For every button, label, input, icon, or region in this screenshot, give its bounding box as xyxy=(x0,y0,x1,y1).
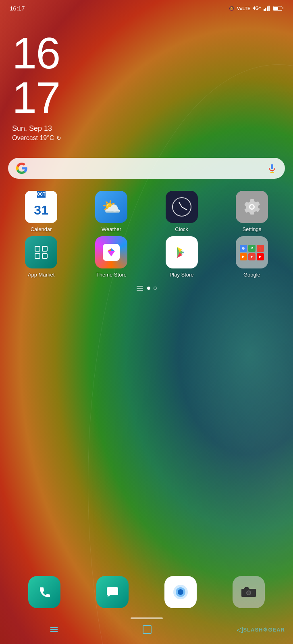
clock-hours: 16 xyxy=(12,31,281,75)
app-label-appmarket: App Market xyxy=(28,272,54,278)
app-item-themestore[interactable]: Theme Store xyxy=(78,236,144,278)
search-input[interactable] xyxy=(32,163,262,173)
app-label-calendar: Calendar xyxy=(31,226,52,232)
dock-item-focus[interactable] xyxy=(149,576,213,608)
svg-rect-0 xyxy=(264,9,265,11)
clock-widget: 16 17 Sun, Sep 13 Overcast 19°C ↻ xyxy=(0,15,293,146)
refresh-icon[interactable]: ↻ xyxy=(56,135,61,141)
weather-icon: ⛅ xyxy=(95,191,127,223)
focus-icon xyxy=(164,576,197,608)
page-dots xyxy=(147,287,157,290)
app-item-settings[interactable]: Settings xyxy=(219,191,285,232)
page-indicators xyxy=(0,282,293,295)
playstore-icon xyxy=(166,236,198,268)
clock-icon xyxy=(166,191,198,223)
app-label-playstore: Play Store xyxy=(170,272,194,278)
svg-rect-7 xyxy=(107,587,118,595)
weather-text: Overcast 19°C xyxy=(12,134,54,142)
app-item-clock[interactable]: Clock xyxy=(149,191,215,232)
clock-minutes: 17 xyxy=(12,75,281,120)
microphone-icon[interactable] xyxy=(267,163,277,173)
menu-icon[interactable] xyxy=(137,286,143,291)
nav-back-button[interactable]: ◁ xyxy=(237,625,243,634)
search-bar[interactable] xyxy=(8,158,285,179)
clock-weather: Overcast 19°C ↻ xyxy=(12,134,281,142)
app-item-playstore[interactable]: Play Store xyxy=(149,236,215,278)
calendar-icon: OCT 31 xyxy=(25,191,57,223)
mute-icon: 🔕 xyxy=(229,6,235,11)
battery-icon xyxy=(273,6,283,11)
svg-rect-1 xyxy=(265,8,266,11)
svg-rect-2 xyxy=(267,6,268,11)
signal-bars-icon xyxy=(264,6,271,11)
svg-point-10 xyxy=(178,589,183,595)
nav-bar: ◁ xyxy=(8,623,285,636)
status-time: 16:17 xyxy=(10,5,25,12)
svg-point-12 xyxy=(247,591,250,594)
dock-item-camera[interactable] xyxy=(217,576,281,608)
nav-menu-button[interactable] xyxy=(50,627,58,632)
dock-item-messages[interactable] xyxy=(80,576,144,608)
dock-item-phone[interactable] xyxy=(12,576,76,608)
app-item-weather[interactable]: ⛅ Weather xyxy=(78,191,144,232)
app-item-appmarket[interactable]: App Market xyxy=(8,236,74,278)
app-grid-row2: App Market Theme Store xyxy=(0,236,293,282)
camera-icon xyxy=(233,576,265,608)
settings-icon xyxy=(236,191,268,223)
phone-icon xyxy=(28,576,60,608)
home-bar-area: ◁ xyxy=(0,614,293,644)
home-bar xyxy=(131,617,163,619)
search-section xyxy=(0,146,293,187)
svg-rect-4 xyxy=(271,164,273,169)
app-label-google: Google xyxy=(243,272,260,278)
messages-icon xyxy=(96,576,129,608)
svg-rect-3 xyxy=(268,6,270,11)
appmarket-icon xyxy=(25,236,57,268)
clock-date: Sun, Sep 13 xyxy=(12,124,281,133)
page-dot-active[interactable] xyxy=(147,287,150,290)
app-label-clock: Clock xyxy=(175,226,188,232)
app-item-calendar[interactable]: OCT 31 Calendar xyxy=(8,191,74,232)
google-folder-icon: G M 📍 ▶ ▶ ▶ xyxy=(236,236,268,268)
google-logo-icon xyxy=(16,163,27,174)
app-item-google[interactable]: G M 📍 ▶ ▶ ▶ Google xyxy=(219,236,285,278)
nav-home-button[interactable] xyxy=(143,625,152,634)
app-label-weather: Weather xyxy=(102,226,121,232)
dock xyxy=(8,570,285,614)
app-grid-row1: OCT 31 Calendar ⛅ Weather Clock xyxy=(0,187,293,236)
app-label-settings: Settings xyxy=(242,226,261,232)
status-bar: 16:17 🔕 VoLTE 4G⁺ xyxy=(0,0,293,15)
signal-4g-icon: 4G⁺ xyxy=(253,6,261,11)
calendar-date: 31 xyxy=(34,198,48,223)
themestore-icon xyxy=(95,236,127,268)
page-dot-inactive[interactable] xyxy=(154,287,157,290)
status-icons: 🔕 VoLTE 4G⁺ xyxy=(229,6,283,11)
volte-icon: VoLTE xyxy=(237,6,250,11)
app-label-themestore: Theme Store xyxy=(96,272,127,278)
